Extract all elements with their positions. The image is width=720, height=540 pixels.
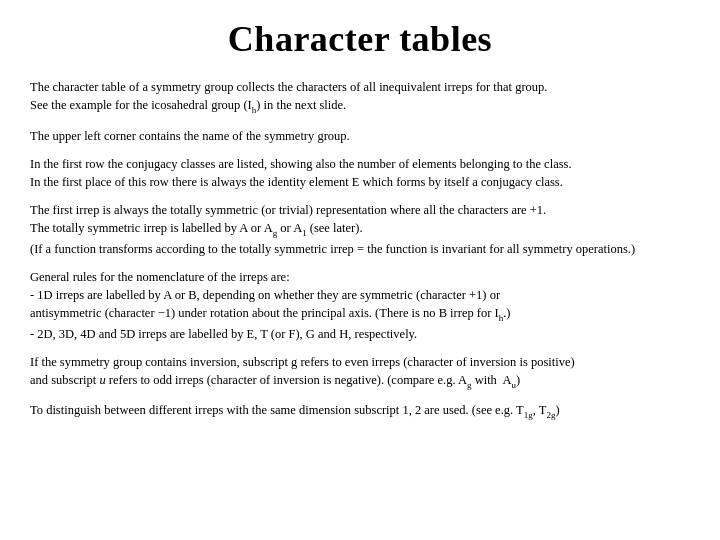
para7-line1: To distinguish between different irreps … (30, 401, 690, 422)
para1-line1: The character table of a symmetry group … (30, 78, 690, 96)
para3-line1: In the first row the conjugacy classes a… (30, 155, 690, 173)
para4-line2: The totally symmetric irrep is labelled … (30, 219, 690, 240)
para5-line3: antisymmetric (character −1) under rotat… (30, 304, 690, 325)
para4-line3: (If a function transforms according to t… (30, 240, 690, 258)
para6-line2: and subscript u refers to odd irreps (ch… (30, 371, 690, 392)
para1-line2: See the example for the icosahedral grou… (30, 96, 690, 117)
paragraph-3: In the first row the conjugacy classes a… (30, 155, 690, 191)
para2-line1: The upper left corner contains the name … (30, 127, 690, 145)
paragraph-6: If the symmetry group contains inversion… (30, 353, 690, 392)
paragraph-1: The character table of a symmetry group … (30, 78, 690, 117)
para5-line1: General rules for the nomenclature of th… (30, 268, 690, 286)
para5-line2: - 1D irreps are labelled by A or B, depe… (30, 286, 690, 304)
paragraph-7: To distinguish between different irreps … (30, 401, 690, 422)
paragraph-2: The upper left corner contains the name … (30, 127, 690, 145)
para5-line4: - 2D, 3D, 4D and 5D irreps are labelled … (30, 325, 690, 343)
page-title: Character tables (30, 18, 690, 60)
page-container: Character tables The character table of … (0, 0, 720, 540)
paragraph-5: General rules for the nomenclature of th… (30, 268, 690, 343)
para3-line2: In the first place of this row there is … (30, 173, 690, 191)
para6-line1: If the symmetry group contains inversion… (30, 353, 690, 371)
paragraph-4: The first irrep is always the totally sy… (30, 201, 690, 258)
para4-line1: The first irrep is always the totally sy… (30, 201, 690, 219)
body-text: The character table of a symmetry group … (30, 78, 690, 422)
